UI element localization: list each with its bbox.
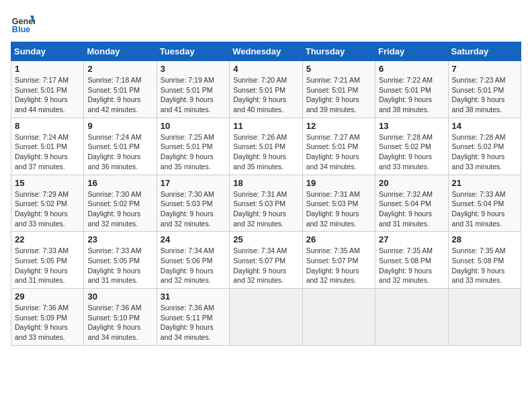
day-info: Sunrise: 7:24 AM Sunset: 5:01 PM Dayligh…	[87, 132, 152, 172]
calendar-cell: 17 Sunrise: 7:30 AM Sunset: 5:03 PM Dayl…	[157, 175, 229, 232]
day-number: 10	[161, 121, 226, 131]
calendar-cell: 5 Sunrise: 7:21 AM Sunset: 5:01 PM Dayli…	[302, 61, 375, 118]
calendar-cell: 18 Sunrise: 7:31 AM Sunset: 5:03 PM Dayl…	[230, 175, 302, 232]
calendar-cell: 14 Sunrise: 7:28 AM Sunset: 5:02 PM Dayl…	[448, 118, 521, 175]
day-number: 29	[15, 291, 80, 302]
day-number: 5	[306, 64, 371, 74]
day-number: 2	[87, 64, 152, 74]
weekday-header-saturday: Saturday	[448, 42, 521, 61]
day-info: Sunrise: 7:22 AM Sunset: 5:01 PM Dayligh…	[379, 75, 444, 115]
day-number: 3	[161, 64, 226, 74]
logo-icon: General Blue	[11, 11, 35, 35]
calendar-cell: 8 Sunrise: 7:24 AM Sunset: 5:01 PM Dayli…	[11, 118, 84, 175]
calendar-cell: 31 Sunrise: 7:36 AM Sunset: 5:11 PM Dayl…	[157, 289, 229, 346]
weekday-header-wednesday: Wednesday	[230, 42, 302, 61]
day-info: Sunrise: 7:33 AM Sunset: 5:05 PM Dayligh…	[87, 246, 152, 285]
day-info: Sunrise: 7:35 AM Sunset: 5:08 PM Dayligh…	[452, 246, 517, 285]
day-info: Sunrise: 7:32 AM Sunset: 5:04 PM Dayligh…	[379, 189, 444, 229]
calendar-cell: 15 Sunrise: 7:29 AM Sunset: 5:02 PM Dayl…	[11, 175, 84, 232]
day-info: Sunrise: 7:33 AM Sunset: 5:05 PM Dayligh…	[15, 246, 80, 285]
calendar-cell: 11 Sunrise: 7:26 AM Sunset: 5:01 PM Dayl…	[230, 118, 302, 175]
day-number: 15	[15, 178, 80, 188]
calendar-cell: 10 Sunrise: 7:25 AM Sunset: 5:01 PM Dayl…	[157, 118, 229, 175]
day-number: 22	[15, 234, 80, 244]
day-number: 24	[161, 234, 226, 244]
weekday-header-monday: Monday	[84, 42, 157, 61]
weekday-header-sunday: Sunday	[11, 42, 84, 61]
day-number: 30	[87, 291, 152, 302]
logo: General Blue	[11, 11, 38, 35]
day-info: Sunrise: 7:18 AM Sunset: 5:01 PM Dayligh…	[87, 75, 152, 115]
weekday-header-thursday: Thursday	[302, 42, 375, 61]
calendar-cell	[302, 289, 375, 346]
calendar-cell: 23 Sunrise: 7:33 AM Sunset: 5:05 PM Dayl…	[84, 232, 157, 289]
day-info: Sunrise: 7:26 AM Sunset: 5:01 PM Dayligh…	[233, 132, 298, 172]
page-header: General Blue	[11, 11, 521, 35]
calendar-cell: 21 Sunrise: 7:33 AM Sunset: 5:04 PM Dayl…	[448, 175, 521, 232]
day-info: Sunrise: 7:31 AM Sunset: 5:03 PM Dayligh…	[233, 189, 298, 229]
day-info: Sunrise: 7:30 AM Sunset: 5:02 PM Dayligh…	[87, 189, 152, 229]
day-number: 31	[161, 291, 226, 302]
svg-text:Blue: Blue	[12, 25, 30, 34]
calendar-cell: 22 Sunrise: 7:33 AM Sunset: 5:05 PM Dayl…	[11, 232, 84, 289]
calendar-cell: 20 Sunrise: 7:32 AM Sunset: 5:04 PM Dayl…	[375, 175, 448, 232]
day-number: 1	[15, 64, 80, 74]
calendar-cell	[448, 289, 521, 346]
calendar-table: SundayMondayTuesdayWednesdayThursdayFrid…	[11, 42, 521, 346]
day-info: Sunrise: 7:27 AM Sunset: 5:01 PM Dayligh…	[306, 132, 371, 172]
day-info: Sunrise: 7:21 AM Sunset: 5:01 PM Dayligh…	[306, 75, 371, 115]
calendar-cell: 27 Sunrise: 7:35 AM Sunset: 5:08 PM Dayl…	[375, 232, 448, 289]
day-number: 16	[87, 178, 152, 188]
calendar-cell: 6 Sunrise: 7:22 AM Sunset: 5:01 PM Dayli…	[375, 61, 448, 118]
calendar-cell	[375, 289, 448, 346]
day-number: 25	[233, 234, 298, 244]
day-info: Sunrise: 7:19 AM Sunset: 5:01 PM Dayligh…	[161, 75, 226, 115]
day-info: Sunrise: 7:34 AM Sunset: 5:07 PM Dayligh…	[233, 246, 298, 285]
calendar-cell: 1 Sunrise: 7:17 AM Sunset: 5:01 PM Dayli…	[11, 61, 84, 118]
day-number: 13	[379, 121, 444, 131]
day-info: Sunrise: 7:24 AM Sunset: 5:01 PM Dayligh…	[15, 132, 80, 172]
day-number: 23	[87, 234, 152, 244]
calendar-cell: 3 Sunrise: 7:19 AM Sunset: 5:01 PM Dayli…	[157, 61, 229, 118]
day-info: Sunrise: 7:36 AM Sunset: 5:10 PM Dayligh…	[87, 303, 152, 342]
day-info: Sunrise: 7:28 AM Sunset: 5:02 PM Dayligh…	[379, 132, 444, 172]
day-number: 20	[379, 178, 444, 188]
day-number: 11	[233, 121, 298, 131]
day-number: 26	[306, 234, 371, 244]
weekday-header-friday: Friday	[375, 42, 448, 61]
day-number: 28	[452, 234, 517, 244]
day-info: Sunrise: 7:36 AM Sunset: 5:11 PM Dayligh…	[161, 303, 226, 342]
day-info: Sunrise: 7:28 AM Sunset: 5:02 PM Dayligh…	[452, 132, 517, 172]
day-number: 6	[379, 64, 444, 74]
day-number: 18	[233, 178, 298, 188]
calendar-cell: 16 Sunrise: 7:30 AM Sunset: 5:02 PM Dayl…	[84, 175, 157, 232]
day-number: 9	[87, 121, 152, 131]
day-number: 27	[379, 234, 444, 244]
calendar-cell: 28 Sunrise: 7:35 AM Sunset: 5:08 PM Dayl…	[448, 232, 521, 289]
day-number: 8	[15, 121, 80, 131]
calendar-cell: 26 Sunrise: 7:35 AM Sunset: 5:07 PM Dayl…	[302, 232, 375, 289]
day-number: 4	[233, 64, 298, 74]
day-info: Sunrise: 7:34 AM Sunset: 5:06 PM Dayligh…	[161, 246, 226, 285]
day-number: 12	[306, 121, 371, 131]
calendar-cell: 9 Sunrise: 7:24 AM Sunset: 5:01 PM Dayli…	[84, 118, 157, 175]
day-info: Sunrise: 7:23 AM Sunset: 5:01 PM Dayligh…	[452, 75, 517, 115]
day-info: Sunrise: 7:31 AM Sunset: 5:03 PM Dayligh…	[306, 189, 371, 229]
day-info: Sunrise: 7:35 AM Sunset: 5:08 PM Dayligh…	[379, 246, 444, 285]
calendar-cell: 25 Sunrise: 7:34 AM Sunset: 5:07 PM Dayl…	[230, 232, 302, 289]
calendar-cell: 13 Sunrise: 7:28 AM Sunset: 5:02 PM Dayl…	[375, 118, 448, 175]
calendar-cell: 30 Sunrise: 7:36 AM Sunset: 5:10 PM Dayl…	[84, 289, 157, 346]
calendar-cell: 24 Sunrise: 7:34 AM Sunset: 5:06 PM Dayl…	[157, 232, 229, 289]
day-info: Sunrise: 7:29 AM Sunset: 5:02 PM Dayligh…	[15, 189, 80, 229]
day-info: Sunrise: 7:36 AM Sunset: 5:09 PM Dayligh…	[15, 303, 80, 342]
day-info: Sunrise: 7:30 AM Sunset: 5:03 PM Dayligh…	[161, 189, 226, 229]
calendar-cell: 2 Sunrise: 7:18 AM Sunset: 5:01 PM Dayli…	[84, 61, 157, 118]
day-info: Sunrise: 7:33 AM Sunset: 5:04 PM Dayligh…	[452, 189, 517, 229]
day-number: 17	[161, 178, 226, 188]
day-info: Sunrise: 7:20 AM Sunset: 5:01 PM Dayligh…	[233, 75, 298, 115]
calendar-cell	[230, 289, 302, 346]
day-info: Sunrise: 7:17 AM Sunset: 5:01 PM Dayligh…	[15, 75, 80, 115]
day-number: 19	[306, 178, 371, 188]
day-number: 14	[452, 121, 517, 131]
day-number: 21	[452, 178, 517, 188]
